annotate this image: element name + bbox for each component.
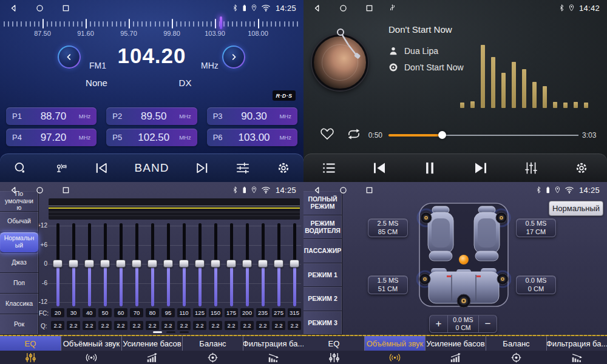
preset-button-p6[interactable]: P6103.00MHz	[207, 129, 297, 146]
surround-mode-1[interactable]: РЕЖИМ ВОДИТЕЛЯ	[304, 215, 342, 240]
radio-tuning-indicator[interactable]	[220, 16, 222, 29]
delay-front-right[interactable]: 0.5 MS17 CM	[516, 218, 556, 237]
broadcast-icon[interactable]	[53, 161, 68, 175]
eq-q-value[interactable]: 2.2	[240, 321, 254, 330]
eq-q-value[interactable]: 2.2	[114, 321, 127, 330]
eq-band-thumb[interactable]	[132, 260, 141, 268]
preset-button-p1[interactable]: P188.70MHz	[6, 107, 97, 125]
eq-fc-value[interactable]: 235	[256, 308, 270, 317]
eq-band-thumb[interactable]	[290, 260, 299, 268]
back-icon[interactable]	[10, 186, 18, 194]
tab-label-0[interactable]: EQ	[304, 336, 364, 351]
progress-thumb[interactable]	[438, 131, 446, 139]
eq-preset-3[interactable]: Джаз	[0, 253, 38, 274]
eq-sliders-icon[interactable]	[236, 161, 250, 175]
back-icon[interactable]	[10, 4, 18, 12]
eq-band-thumb[interactable]	[100, 260, 110, 268]
tab-label-0[interactable]: EQ	[0, 336, 61, 351]
eq-band-thumb[interactable]	[69, 260, 78, 268]
eq-band-thumb[interactable]	[274, 260, 283, 268]
preset-button-p5[interactable]: P5102.50MHz	[106, 129, 197, 146]
eq-band-thumb[interactable]	[84, 260, 94, 268]
eq-fc-value[interactable]: 60	[114, 308, 127, 317]
settings-gear-icon[interactable]	[574, 161, 589, 175]
eq-fc-value[interactable]: 150	[209, 308, 222, 317]
eq-band-thumb[interactable]	[148, 260, 157, 268]
tab-bass-icon[interactable]	[121, 351, 182, 364]
eq-fc-value[interactable]: 80	[146, 308, 159, 317]
eq-q-value[interactable]: 2.2	[98, 321, 112, 330]
eq-q-value[interactable]: 2.2	[193, 321, 206, 330]
eq-fc-value[interactable]: 50	[98, 308, 112, 317]
settings-gear-icon[interactable]	[276, 161, 291, 175]
surround-mode-2[interactable]: ПАССАЖИР	[304, 239, 342, 263]
recents-icon[interactable]	[62, 186, 70, 194]
tab-eq-icon[interactable]	[0, 351, 61, 364]
tab-balance-icon[interactable]	[486, 351, 546, 364]
eq-q-value[interactable]: 2.2	[161, 321, 175, 330]
preset-button-p3[interactable]: P390.30MHz	[207, 107, 297, 125]
recents-icon[interactable]	[365, 186, 373, 194]
next-station-icon[interactable]	[195, 161, 209, 175]
eq-page-dash-active[interactable]	[153, 331, 162, 333]
eq-q-value[interactable]: 2.2	[272, 321, 285, 330]
eq-preset-6[interactable]: Рок	[0, 314, 38, 335]
eq-page-dash[interactable]	[166, 331, 175, 333]
eq-q-value[interactable]: 2.2	[256, 321, 270, 330]
eq-preset-2[interactable]: Нормальный	[0, 232, 38, 253]
eq-fc-value[interactable]: 70	[130, 308, 143, 317]
eq-band-thumb[interactable]	[116, 260, 126, 268]
dx-mode-toggle[interactable]: DX	[172, 78, 198, 88]
mixer-sliders-icon[interactable]	[524, 161, 538, 175]
prev-track-icon[interactable]	[372, 161, 387, 175]
back-icon[interactable]	[313, 186, 321, 194]
home-icon[interactable]	[339, 186, 347, 194]
eq-band-thumb[interactable]	[258, 260, 268, 268]
eq-q-value[interactable]: 2.2	[83, 321, 96, 330]
tab-surround-icon[interactable]	[61, 351, 121, 364]
scan-icon[interactable]	[13, 161, 27, 175]
eq-q-value[interactable]: 2.2	[288, 321, 301, 330]
eq-fc-value[interactable]: 125	[193, 308, 206, 317]
eq-q-value[interactable]: 2.2	[177, 321, 191, 330]
preset-button-p4[interactable]: P497.20MHz	[6, 129, 97, 146]
surround-mode-5[interactable]: РЕЖИМ 3	[304, 311, 342, 335]
eq-q-value[interactable]: 2.2	[130, 321, 143, 330]
eq-band-thumb[interactable]	[179, 260, 189, 268]
eq-page-dash[interactable]	[180, 331, 189, 333]
prev-station-icon[interactable]	[94, 161, 109, 175]
delay-plus-button[interactable]: +	[430, 315, 447, 332]
tune-up-button[interactable]	[222, 46, 245, 69]
pause-icon[interactable]	[422, 161, 437, 175]
delay-rear-right[interactable]: 0.0 MS0 CM	[516, 275, 556, 294]
tab-filter-icon[interactable]	[546, 351, 607, 364]
surround-mode-3[interactable]: РЕЖИМ 1	[304, 263, 342, 288]
tab-label-2[interactable]: Усиление басов	[121, 336, 182, 351]
recents-icon[interactable]	[365, 4, 373, 12]
eq-fc-value[interactable]: 95	[161, 308, 175, 317]
tab-filter-icon[interactable]	[243, 351, 304, 364]
band-button[interactable]: BAND	[135, 161, 169, 175]
eq-band-thumb[interactable]	[242, 260, 252, 268]
tab-label-2[interactable]: Усиление басов	[425, 336, 486, 351]
eq-fc-value[interactable]: 275	[272, 308, 285, 317]
eq-q-value[interactable]: 2.2	[67, 321, 80, 330]
eq-q-value[interactable]: 2.2	[225, 321, 238, 330]
eq-q-value[interactable]: 2.2	[146, 321, 159, 330]
tab-balance-icon[interactable]	[182, 351, 243, 364]
eq-fc-value[interactable]: 200	[240, 308, 254, 317]
eq-band-thumb[interactable]	[53, 260, 63, 268]
eq-band-thumb[interactable]	[195, 260, 205, 268]
eq-band-thumb[interactable]	[226, 260, 236, 268]
eq-fc-value[interactable]: 315	[288, 308, 301, 317]
tune-down-button[interactable]	[58, 46, 81, 69]
delay-rear-left[interactable]: 1.5 MS51 CM	[368, 275, 408, 294]
repeat-icon[interactable]	[346, 128, 362, 140]
preset-button-p2[interactable]: P289.50MHz	[106, 107, 197, 125]
tab-eq-icon[interactable]	[304, 351, 364, 364]
tab-label-3[interactable]: Баланс	[182, 336, 243, 351]
home-icon[interactable]	[36, 186, 44, 194]
eq-fc-value[interactable]: 30	[67, 308, 80, 317]
tab-label-4[interactable]: Фильтрация ба...	[546, 336, 607, 351]
playlist-icon[interactable]	[322, 161, 336, 175]
